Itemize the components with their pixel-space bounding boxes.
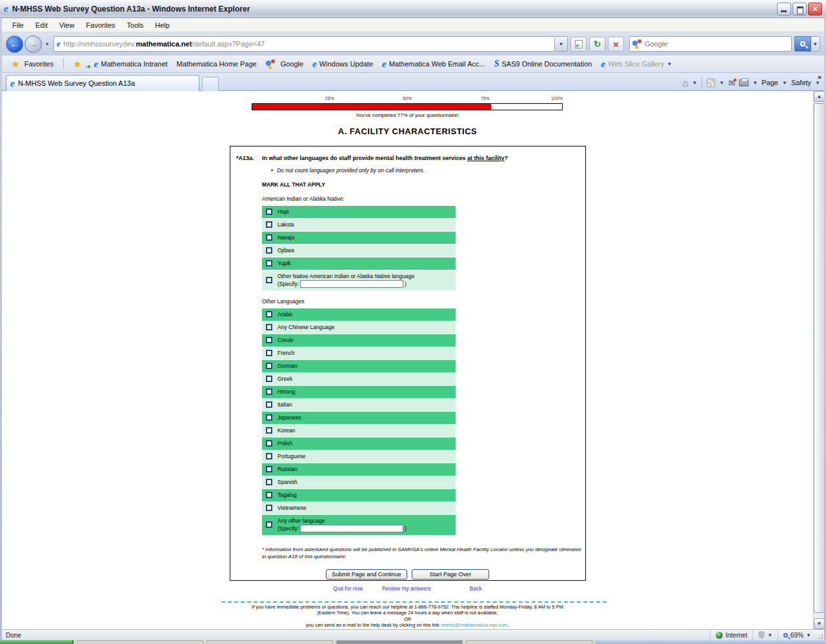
scroll-down-button[interactable]: ▼ [814,618,824,629]
language-row-hmong[interactable]: Hmong [262,386,456,398]
language-row-italian[interactable]: Italian [262,399,456,411]
favorite-link-web-email[interactable]: e Mathematica Web Email Acc... [378,59,490,69]
new-tab-button[interactable] [202,77,219,91]
help-email-link[interactable]: nmhss@mathematica-mpr.com [441,622,508,628]
safety-menu-button[interactable]: Safety [791,79,811,86]
taskbar-button[interactable] [466,640,592,644]
feeds-icon[interactable] [706,78,716,88]
checkbox[interactable] [266,277,272,283]
review-link[interactable]: Review my answers [382,585,431,592]
checkbox[interactable] [266,505,272,511]
language-row-navajo[interactable]: Navajo [262,232,456,244]
vertical-scrollbar[interactable]: ▲ ▼ [813,91,824,629]
language-row-tagalog[interactable]: Tagalog [262,489,456,501]
language-row-ojibwa[interactable]: Ojibwa [262,245,456,257]
checkbox[interactable] [266,311,272,317]
menu-file[interactable]: File [7,19,29,31]
start-button-edge[interactable] [0,640,74,644]
overflow-chevron-icon[interactable]: » [818,73,821,81]
forward-button[interactable]: → [25,35,42,53]
inprivate-filter[interactable]: ▼ [752,630,778,640]
menu-view[interactable]: View [54,19,80,31]
tab-active[interactable]: e N-MHSS Web Survey Question A13a [6,75,199,91]
language-row-japanese[interactable]: Japanese [262,412,456,424]
checkbox[interactable] [266,350,272,356]
checkbox[interactable] [266,388,272,395]
menu-help[interactable]: Help [150,19,175,31]
checkbox[interactable] [266,453,272,459]
language-row-creole[interactable]: Creole [262,334,456,347]
checkbox[interactable] [266,479,272,485]
favorite-link-sas9[interactable]: S SAS9 Online Documentation [490,59,597,69]
language-row-chinese[interactable]: Any Chinese Language [262,321,456,334]
zoom-dropdown-icon[interactable]: ▼ [806,632,811,638]
favorite-link-homepage[interactable]: Mathematica Home Page [172,60,261,68]
url-field[interactable]: e http://nmhsssurveydev.mathematica.net/… [54,36,555,52]
language-row-other-native[interactable]: Other Native American Indian or Alaska N… [262,270,456,290]
favorite-link-web-slice[interactable]: e Web Slice Gallery ▼ [596,59,676,69]
checkbox[interactable] [266,208,272,215]
checkbox[interactable] [266,337,272,343]
checkbox[interactable] [266,401,272,408]
home-dropdown-icon[interactable]: ▼ [692,80,698,86]
checkbox[interactable] [266,260,272,267]
language-row-hopi[interactable]: Hopi [262,206,456,218]
scrollbar-thumb[interactable] [814,103,824,613]
search-dropdown-button[interactable]: ▼ [811,36,820,52]
filter-dropdown-icon[interactable]: ▼ [767,632,772,638]
close-button[interactable]: × [808,3,822,15]
taskbar-button[interactable] [206,640,333,644]
checkbox[interactable] [266,492,272,498]
search-box[interactable] [629,36,792,52]
language-row-greek[interactable]: Greek [262,373,456,385]
language-row-polish[interactable]: Polish [262,438,456,450]
compatibility-view-button[interactable] [570,37,587,52]
quit-link[interactable]: Quit for now [333,585,363,592]
scroll-up-button[interactable]: ▲ [814,91,824,102]
checkbox[interactable] [266,363,272,369]
page-dropdown-icon[interactable]: ▼ [782,80,787,86]
specify-other-native-input[interactable] [300,280,403,288]
checkbox[interactable] [266,324,272,330]
back-button[interactable]: ← [6,35,23,53]
start-over-button[interactable]: Start Page Over [412,569,489,579]
favorites-button[interactable]: ★ Favorites [7,59,58,69]
checkbox[interactable] [266,221,272,228]
minimize-button[interactable] [777,3,791,15]
specify-any-other-input[interactable] [300,525,403,532]
resize-grip[interactable] [816,630,824,640]
checkbox[interactable] [266,234,272,241]
refresh-button[interactable]: ↻ [589,37,605,52]
language-row-vietnamese[interactable]: Vietnamese [262,502,456,514]
taskbar-button[interactable] [77,640,203,644]
language-row-russian[interactable]: Russian [262,463,456,476]
checkbox[interactable] [266,427,272,434]
language-row-french[interactable]: French [262,347,456,359]
checkbox[interactable] [266,440,272,447]
language-row-korean[interactable]: Korean [262,425,456,437]
favorite-link-google[interactable]: Google [261,59,308,69]
language-row-any-other[interactable]: Any other language (Specify:) [262,515,456,535]
restore-button[interactable] [792,3,807,15]
search-go-button[interactable] [794,36,811,52]
page-menu-button[interactable]: Page [761,79,778,86]
read-mail-icon[interactable]: ✉ [728,78,735,88]
add-favorite-button[interactable]: ★➜ [69,59,88,69]
home-icon[interactable]: ⌂ [683,77,689,88]
language-row-lakota[interactable]: Lakota [262,219,456,231]
language-row-arabic[interactable]: Arabic [262,308,456,321]
language-row-german[interactable]: German [262,360,456,372]
back-link[interactable]: Back [470,585,482,592]
history-dropdown-icon[interactable]: ▼ [45,41,50,47]
language-row-yupik[interactable]: Yupik [262,257,456,270]
language-row-portuguese[interactable]: Portuguese [262,450,456,463]
checkbox[interactable] [266,414,272,421]
checkbox[interactable] [266,247,272,254]
taskbar-button-active[interactable] [336,640,463,644]
print-icon[interactable] [739,79,749,86]
search-input[interactable] [645,40,789,48]
checkbox[interactable] [266,521,272,528]
favorite-link-windows-update[interactable]: e Windows Update [308,59,378,69]
zoom-control[interactable]: 69% ▼ [778,630,816,640]
favorite-link-intranet[interactable]: e Mathematica Intranet [90,59,172,69]
